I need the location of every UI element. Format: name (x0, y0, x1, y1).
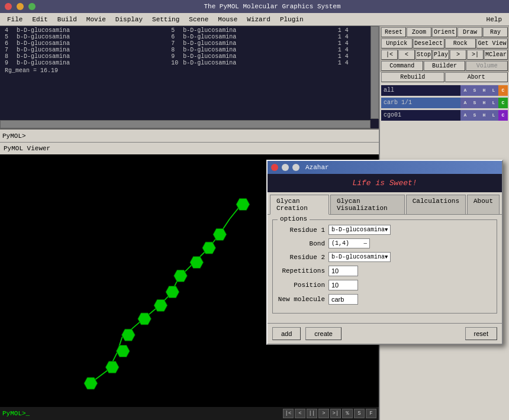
svg-marker-17 (154, 299, 167, 311)
help-menu[interactable]: Help (482, 15, 507, 24)
zoom-button[interactable]: Zoom (407, 27, 431, 37)
residue2-dropdown[interactable]: b-D-glucosamina ▼ (328, 252, 391, 262)
object-color-C-all[interactable]: C (498, 85, 508, 96)
vertical-scrollbar[interactable] (371, 26, 379, 119)
residue1-row: Residue 1 b-D-glucosamina ▼ (278, 225, 492, 235)
menu-file[interactable]: File (2, 15, 27, 24)
reset-button[interactable]: Reset (381, 27, 406, 37)
residue2-arrow: ▼ (385, 254, 388, 260)
table-row: 8 b-D-glucosamina 9 b-D-glucosamina 1 4 (2, 53, 376, 60)
draw-button[interactable]: Draw (458, 27, 482, 37)
deselect-button[interactable]: Deselect (413, 38, 444, 49)
pymol-prompt-top[interactable]: PyMOL> (0, 130, 379, 143)
rock-button[interactable]: Rock (445, 38, 476, 49)
table-row: 5 b-D-glucosamina 6 b-D-glucosamina 1 4 (2, 34, 376, 40)
reset-button-dialog[interactable]: reset (465, 327, 497, 340)
create-button[interactable]: create (305, 327, 342, 340)
object-color-C-cgo01[interactable]: C (498, 110, 508, 121)
menu-build[interactable]: Build (53, 15, 82, 24)
menu-movie[interactable]: Movie (82, 15, 111, 24)
rebuild-button[interactable]: Rebuild (381, 72, 444, 82)
object-action-H-carb[interactable]: H (479, 98, 489, 108)
bond-dropdown[interactable]: (1,4) — (328, 238, 370, 248)
playback-percent[interactable]: % (342, 409, 353, 418)
mclear-button[interactable]: MClear (484, 50, 508, 60)
toolbar-row2: Unpick Deselect Rock Get View (380, 38, 509, 50)
dialog-content: options Residue 1 b-D-glucosamina ▼ Bond… (268, 215, 502, 323)
menu-display[interactable]: Display (111, 15, 147, 24)
get-view-button[interactable]: Get View (476, 38, 508, 49)
orient-button[interactable]: Orient (432, 27, 457, 37)
object-name-cgo01: cgo01 (381, 110, 460, 121)
new-molecule-input[interactable] (328, 294, 358, 305)
maximize-button[interactable] (28, 3, 36, 10)
menu-wizard[interactable]: Wizard (242, 15, 275, 24)
dialog-maximize-button[interactable] (292, 164, 299, 171)
table-row: 9 b-D-glucosamina 10 b-D-glucosamina 1 4 (2, 60, 376, 66)
dialog-minimize-button[interactable] (282, 164, 289, 171)
object-action-H-cgo01[interactable]: H (479, 110, 489, 121)
dialog-close-button[interactable] (271, 164, 278, 171)
object-action-A-carb[interactable]: A (460, 98, 470, 108)
dialog-banner: Life is Sweet! (268, 174, 502, 192)
playback-end[interactable]: >| (330, 409, 341, 418)
object-action-S-carb[interactable]: S (470, 98, 479, 108)
unpick-button[interactable]: Unpick (381, 38, 413, 49)
playback-next[interactable]: > (318, 409, 329, 418)
play-button[interactable]: Play (433, 50, 449, 60)
toolbar-row1: Reset Zoom Orient Draw Ray (380, 26, 509, 38)
playback-s[interactable]: S (354, 409, 365, 418)
svg-marker-23 (236, 198, 250, 210)
object-action-A-all[interactable]: A (460, 85, 470, 96)
bottom-bar: PyMOL>_ |< < || > >| % S F (0, 407, 379, 420)
repetitions-row: Repetitions (278, 266, 492, 276)
object-action-H-all[interactable]: H (479, 85, 489, 96)
object-color-C-carb[interactable]: C (498, 98, 508, 108)
residue2-label: Residue 2 (278, 254, 325, 261)
dialog-tabs: Glycan Creation Glycan Visualization Cal… (268, 192, 502, 215)
menu-plugin[interactable]: Plugin (275, 15, 308, 24)
object-action-S-all[interactable]: S (470, 85, 479, 96)
builder-button[interactable]: Builder (424, 61, 466, 71)
abort-button[interactable]: Abort (445, 72, 508, 82)
tab-calculations[interactable]: Calculations (406, 195, 466, 214)
frame-prev-button[interactable]: < (398, 50, 415, 60)
residue1-dropdown[interactable]: b-D-glucosamina ▼ (328, 225, 391, 235)
playback-prev[interactable]: < (295, 409, 305, 418)
tab-glycan-creation[interactable]: Glycan Creation (270, 195, 329, 215)
menu-setting[interactable]: Setting (147, 15, 184, 24)
close-button[interactable] (5, 3, 12, 10)
playback-pause[interactable]: || (307, 409, 317, 418)
residue2-row: Residue 2 b-D-glucosamina ▼ (278, 252, 492, 262)
frame-start-button[interactable]: |< (381, 50, 398, 60)
tab-glycan-visualization[interactable]: Glycan Visualization (330, 195, 405, 214)
toolbar-row4: Command Builder Volume (380, 61, 509, 72)
command-button[interactable]: Command (381, 61, 423, 71)
object-action-S-cgo01[interactable]: S (470, 110, 479, 121)
svg-marker-14 (116, 345, 130, 357)
object-action-A-cgo01[interactable]: A (460, 110, 470, 121)
frame-next-button[interactable]: > (450, 50, 466, 60)
new-molecule-label: New molecule (278, 296, 325, 303)
options-legend: options (278, 215, 310, 222)
minimize-button[interactable] (17, 3, 24, 10)
bond-row: Bond (1,4) — (278, 238, 492, 248)
menu-scene[interactable]: Scene (184, 15, 213, 24)
object-action-L-cgo01[interactable]: L (489, 110, 498, 121)
add-button[interactable]: add (272, 327, 301, 340)
menu-edit[interactable]: Edit (27, 15, 52, 24)
bond-label: Bond (278, 240, 325, 247)
repetitions-input[interactable] (328, 266, 358, 276)
horizontal-scrollbar[interactable] (0, 120, 371, 128)
object-action-L-carb[interactable]: L (489, 98, 498, 108)
ray-button[interactable]: Ray (483, 27, 508, 37)
menu-mouse[interactable]: Mouse (213, 15, 242, 24)
frame-end-button[interactable]: >| (467, 50, 484, 60)
playback-f[interactable]: F (366, 409, 376, 418)
playback-start[interactable]: |< (283, 409, 294, 418)
position-input[interactable] (328, 280, 358, 290)
object-action-L-all[interactable]: L (489, 85, 498, 96)
volume-button[interactable]: Volume (466, 61, 508, 71)
tab-about[interactable]: About (467, 195, 500, 214)
stop-button[interactable]: Stop (415, 50, 432, 60)
